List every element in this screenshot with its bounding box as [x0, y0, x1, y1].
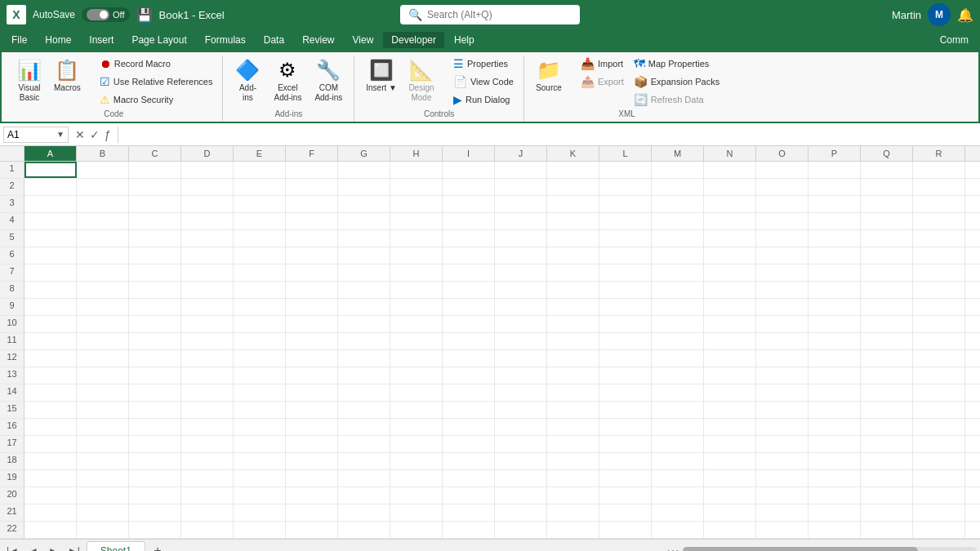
cell-J9[interactable]: [495, 299, 547, 315]
cell-E12[interactable]: [234, 350, 286, 367]
cell-R14[interactable]: [913, 384, 965, 401]
cell-G2[interactable]: [338, 179, 390, 195]
cell-N6[interactable]: [704, 247, 756, 264]
cell-M12[interactable]: [652, 350, 704, 367]
import-button[interactable]: 📥Import: [577, 56, 627, 72]
cell-A20[interactable]: [24, 487, 77, 504]
cell-C10[interactable]: [129, 316, 181, 332]
cell-J1[interactable]: [495, 162, 547, 178]
menu-item-review[interactable]: Review: [294, 32, 342, 48]
cell-M20[interactable]: [652, 487, 704, 504]
cell-M18[interactable]: [652, 453, 704, 469]
cell-F15[interactable]: [286, 402, 338, 418]
cell-E9[interactable]: [234, 299, 286, 315]
insert-control-button[interactable]: 🔲Insert ▼: [361, 56, 402, 106]
cell-P20[interactable]: [808, 487, 861, 504]
cell-R18[interactable]: [913, 453, 965, 469]
cell-D22[interactable]: [181, 522, 234, 538]
cell-D3[interactable]: [181, 196, 234, 212]
menu-item-formulas[interactable]: Formulas: [197, 32, 254, 48]
formula-confirm-icon[interactable]: ✓: [90, 128, 100, 141]
cell-J10[interactable]: [495, 316, 547, 332]
cell-Q1[interactable]: [861, 162, 913, 178]
cell-Q12[interactable]: [861, 350, 913, 367]
cell-A8[interactable]: [24, 282, 77, 298]
cell-H6[interactable]: [390, 247, 443, 264]
cell-J21[interactable]: [495, 504, 547, 521]
cell-E1[interactable]: [234, 162, 286, 178]
cell-F22[interactable]: [286, 522, 338, 538]
cell-K19[interactable]: [547, 470, 599, 487]
cell-H7[interactable]: [390, 264, 443, 281]
cell-O13[interactable]: [756, 367, 808, 384]
cell-F21[interactable]: [286, 504, 338, 521]
cell-L9[interactable]: [599, 299, 652, 315]
cell-S9[interactable]: [965, 299, 980, 315]
cell-E17[interactable]: [234, 436, 286, 452]
cell-M22[interactable]: [652, 522, 704, 538]
cell-R11[interactable]: [913, 333, 965, 349]
cell-Q20[interactable]: [861, 487, 913, 504]
cell-B22[interactable]: [77, 522, 129, 538]
cell-R21[interactable]: [913, 504, 965, 521]
cell-N9[interactable]: [704, 299, 756, 315]
cell-J5[interactable]: [495, 230, 547, 247]
cell-M19[interactable]: [652, 470, 704, 487]
view-code-button[interactable]: 📄View Code: [450, 73, 517, 90]
excel-add-ins-button[interactable]: ⚙ExcelAdd-ins: [269, 56, 306, 106]
cell-N17[interactable]: [704, 436, 756, 452]
cell-C15[interactable]: [129, 402, 181, 418]
cell-Q18[interactable]: [861, 453, 913, 469]
cell-K13[interactable]: [547, 367, 599, 384]
cell-R13[interactable]: [913, 367, 965, 384]
source-button[interactable]: 📁Source: [531, 56, 567, 96]
cell-J19[interactable]: [495, 470, 547, 487]
cell-I6[interactable]: [443, 247, 495, 264]
cell-S4[interactable]: [965, 213, 980, 229]
cell-R8[interactable]: [913, 282, 965, 298]
cell-Q19[interactable]: [861, 470, 913, 487]
cell-J2[interactable]: [495, 179, 547, 195]
cell-H20[interactable]: [390, 487, 443, 504]
cell-H3[interactable]: [390, 196, 443, 212]
cell-M2[interactable]: [652, 179, 704, 195]
cell-D2[interactable]: [181, 179, 234, 195]
cell-G20[interactable]: [338, 487, 390, 504]
cell-F9[interactable]: [286, 299, 338, 315]
cell-N19[interactable]: [704, 470, 756, 487]
cell-O12[interactable]: [756, 350, 808, 367]
cell-M15[interactable]: [652, 402, 704, 418]
cell-O21[interactable]: [756, 504, 808, 521]
cell-N13[interactable]: [704, 367, 756, 384]
cell-P14[interactable]: [808, 384, 861, 401]
cell-M11[interactable]: [652, 333, 704, 349]
cell-H16[interactable]: [390, 419, 443, 435]
cell-P10[interactable]: [808, 316, 861, 332]
cell-M3[interactable]: [652, 196, 704, 212]
cell-J14[interactable]: [495, 384, 547, 401]
cell-N20[interactable]: [704, 487, 756, 504]
cell-E21[interactable]: [234, 504, 286, 521]
visual-basic-button[interactable]: 📊VisualBasic: [11, 56, 47, 106]
cell-C13[interactable]: [129, 367, 181, 384]
grid-body[interactable]: 12345678910111213141516171819202122: [0, 162, 980, 539]
cell-G12[interactable]: [338, 350, 390, 367]
cell-E10[interactable]: [234, 316, 286, 332]
cell-P2[interactable]: [808, 179, 861, 195]
cell-N7[interactable]: [704, 264, 756, 281]
cell-D18[interactable]: [181, 453, 234, 469]
cell-E11[interactable]: [234, 333, 286, 349]
cell-E15[interactable]: [234, 402, 286, 418]
cell-P11[interactable]: [808, 333, 861, 349]
cell-C1[interactable]: [129, 162, 181, 178]
cell-C21[interactable]: [129, 504, 181, 521]
cell-A16[interactable]: [24, 419, 77, 435]
cell-E16[interactable]: [234, 419, 286, 435]
export-button[interactable]: 📤Export: [577, 73, 627, 90]
cell-I4[interactable]: [443, 213, 495, 229]
cell-C19[interactable]: [129, 470, 181, 487]
cell-L7[interactable]: [599, 264, 652, 281]
add-sheet-button[interactable]: +: [149, 542, 167, 552]
cell-I22[interactable]: [443, 522, 495, 538]
cell-H15[interactable]: [390, 402, 443, 418]
